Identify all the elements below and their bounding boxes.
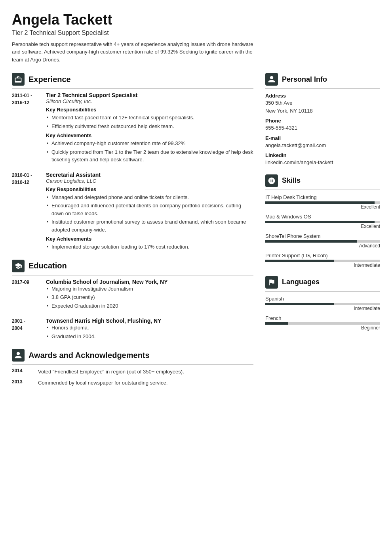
entry-job-title: Secretarial Assistant	[46, 172, 253, 178]
entry-job-title: Tier 2 Technical Support Specialist	[46, 92, 253, 98]
experience-icon	[12, 73, 25, 86]
languages-items: SpanishIntermediateFrenchBeginner	[265, 296, 380, 331]
languages-title: Languages	[282, 278, 320, 286]
experience-entries: 2011-01 - 2016-12Tier 2 Technical Suppor…	[12, 92, 253, 252]
education-title: Education	[29, 261, 67, 270]
languages-section: Languages SpanishIntermediateFrenchBegin…	[265, 276, 380, 331]
entry-content: Secretarial AssistantCarson Logistics, L…	[46, 172, 253, 252]
briefcase-svg	[14, 75, 22, 83]
right-column: Personal Info Address350 5th Ave New Yor…	[265, 73, 380, 394]
skill-item: Printer Support (LG, Ricoh)Intermediate	[265, 253, 380, 268]
experience-entry: 2011-01 - 2016-12Tier 2 Technical Suppor…	[12, 92, 253, 165]
flag-svg	[268, 278, 276, 286]
personal-info-icon	[265, 73, 278, 86]
list-item: Implemented storage solution leading to …	[46, 243, 253, 251]
skills-svg	[268, 177, 276, 185]
personal-info-value: angela.tackett@gmail.com	[265, 142, 380, 149]
left-column: Experience 2011-01 - 2016-12Tier 2 Techn…	[12, 73, 253, 394]
personal-info-label: LinkedIn	[265, 152, 380, 158]
entry-content: Tier 2 Technical Support SpecialistSilic…	[46, 92, 253, 165]
skills-section: Skills IT Help Desk TicketingExcellentMa…	[265, 174, 380, 268]
entry-company: Carson Logistics, LLC	[46, 178, 253, 184]
languages-header: Languages	[265, 276, 380, 292]
language-bar-bg	[265, 322, 380, 325]
language-item: SpanishIntermediate	[265, 296, 380, 311]
achievements-label: Key Achievements	[46, 236, 253, 242]
list-item: Managed and delegated phone and online t…	[46, 193, 253, 201]
education-icon	[12, 260, 25, 272]
entry-date: 2010-01 - 2010-12	[12, 172, 40, 252]
entry-company: Silicon Circuitry, Inc.	[46, 98, 253, 104]
personal-info-value: linkedin.com/in/angela-tackett	[265, 159, 380, 166]
language-bar-bg	[265, 303, 380, 305]
skills-items: IT Help Desk TicketingExcellentMac & Win…	[265, 194, 380, 268]
list-item: Expected Graduation in 2020	[46, 302, 253, 310]
language-level-label: Beginner	[265, 325, 380, 331]
list-item: Achieved company-high customer retention…	[46, 140, 253, 147]
skill-level-label: Intermediate	[265, 262, 380, 268]
education-entry: 2001 - 2004Townsend Harris High School, …	[12, 318, 253, 341]
responsibilities-label: Key Responsibilities	[46, 186, 253, 192]
skill-level-label: Excellent	[265, 204, 380, 210]
list-item: 3.8 GPA (currently)	[46, 293, 253, 301]
header-title: Tier 2 Technical Support Specialist	[12, 29, 380, 36]
entry-content: Townsend Harris High School, Flushing, N…	[46, 318, 253, 341]
personal-info-label: E-mail	[265, 135, 380, 141]
experience-section-header: Experience	[12, 73, 253, 89]
personal-info-value: 555-555-4321	[265, 124, 380, 132]
skill-bar-fill	[265, 240, 357, 243]
person-svg	[268, 75, 276, 83]
award-year: 2014	[12, 368, 32, 376]
awards-svg	[14, 351, 22, 359]
skill-bar-bg	[265, 221, 380, 223]
skill-bar-bg	[265, 260, 380, 262]
languages-icon	[265, 276, 278, 289]
responsibilities-list: Mentored fast-paced team of 12+ technica…	[46, 114, 253, 130]
awards-icon	[12, 349, 25, 362]
header-section: Angela Tackett Tier 2 Technical Support …	[12, 12, 380, 63]
skill-bar-fill	[265, 221, 375, 223]
list-item: Honors diploma.	[46, 324, 253, 332]
award-year: 2013	[12, 379, 32, 387]
education-section-header: Education	[12, 260, 253, 276]
header-name: Angela Tackett	[12, 12, 380, 28]
list-item: Mentored fast-paced team of 12+ technica…	[46, 114, 253, 122]
language-bar-fill	[265, 303, 334, 305]
awards-section-header: Awards and Acknowledgements	[12, 349, 253, 365]
responsibilities-label: Key Responsibilities	[46, 107, 253, 113]
personal-info-value: 350 5th Ave New York, NY 10118	[265, 99, 380, 115]
experience-section: Experience 2011-01 - 2016-12Tier 2 Techn…	[12, 73, 253, 252]
list-item: Majoring in Investigative Journalism	[46, 285, 253, 293]
language-name: Spanish	[265, 296, 380, 302]
skills-header: Skills	[265, 174, 380, 190]
two-col-layout: Experience 2011-01 - 2016-12Tier 2 Techn…	[12, 73, 380, 394]
skill-item: ShoreTel Phone SystemAdvanced	[265, 233, 380, 249]
skill-item: IT Help Desk TicketingExcellent	[265, 194, 380, 210]
education-entries: 2017-09Columbia School of Journalism, Ne…	[12, 279, 253, 341]
award-entry: 2014Voted "Friendliest Employee" in regi…	[12, 368, 253, 376]
language-bar-fill	[265, 322, 288, 325]
award-entry: 2013Commended by local newspaper for out…	[12, 379, 253, 387]
personal-info-section: Personal Info Address350 5th Ave New Yor…	[265, 73, 380, 166]
list-item: Encouraged and influenced potential clie…	[46, 202, 253, 217]
list-item: Instituted customer promotional survey t…	[46, 218, 253, 233]
skill-bar-bg	[265, 201, 380, 204]
entry-date: 2011-01 - 2016-12	[12, 92, 40, 165]
skill-bar-fill	[265, 260, 334, 262]
personal-info-label: Address	[265, 93, 380, 99]
personal-info-title: Personal Info	[282, 75, 327, 84]
education-bullets: Majoring in Investigative Journalism3.8 …	[46, 285, 253, 310]
education-section: Education 2017-09Columbia School of Jour…	[12, 260, 253, 341]
awards-section: Awards and Acknowledgements 2014Voted "F…	[12, 349, 253, 387]
entry-date: 2017-09	[12, 279, 40, 311]
achievements-list: Achieved company-high customer retention…	[46, 140, 253, 164]
personal-info-header: Personal Info	[265, 73, 380, 89]
language-item: FrenchBeginner	[265, 315, 380, 331]
personal-info-label: Phone	[265, 118, 380, 124]
skill-item: Mac & Windows OSExcellent	[265, 214, 380, 229]
achievements-label: Key Achievements	[46, 132, 253, 138]
skill-name: ShoreTel Phone System	[265, 233, 380, 239]
skill-name: IT Help Desk Ticketing	[265, 194, 380, 200]
skill-level-label: Excellent	[265, 224, 380, 229]
skill-level-label: Advanced	[265, 243, 380, 249]
